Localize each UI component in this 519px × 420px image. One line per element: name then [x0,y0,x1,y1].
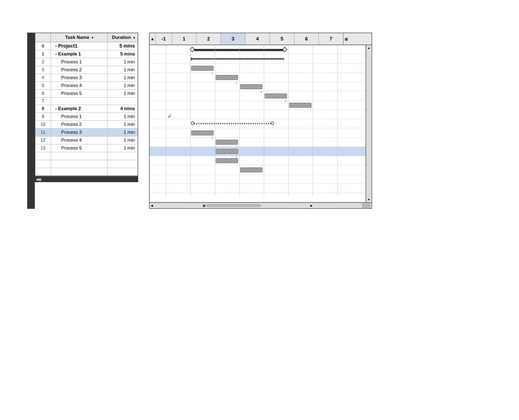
chart-row-1 [150,54,372,64]
cell-id: 7 [35,98,51,105]
chart-body: ↓ ↓ ↓ ↓ ↲ [150,45,372,202]
chart-row-4: ↓ [150,82,372,91]
chart-row-9: ↓ [150,128,372,138]
chart-row-13 [150,165,372,175]
chart-row-8 [150,119,372,128]
span-dotted-1 [191,58,284,60]
cell-task: Process 4 [51,82,108,90]
cell-duration [108,98,138,105]
chart-col-3: 3 [221,33,245,45]
cell-duration: 1 min [108,144,138,152]
table-row: 11Process 31 min [35,129,138,136]
cell-task: - Example 2 [51,105,108,113]
cell-duration: 5 mins [108,42,138,50]
cell-duration: 1 min [108,82,138,90]
cell-task: - Example 1 [51,50,108,58]
chart-row-empty2 [150,184,372,193]
chart-col-4: 4 [245,33,270,45]
chart-scroll-up[interactable]: ▲ [150,33,156,45]
chart-scrollbar-bottom[interactable]: ◀ ▦ ▶ [150,202,372,208]
gantt-table-panel: Task Name ▾ Duration ▾ 0- Project15 mins… [27,33,138,209]
chart-col-2: 2 [196,33,221,45]
chart-row-6 [150,101,372,110]
chart-col-1: 1 [172,33,196,45]
cell-id: 0 [35,42,51,50]
span-bar-8 [194,123,273,124]
cell-task: Process 5 [51,144,108,152]
scroll-icon-grid: ▦ [38,178,41,181]
bar-12 [216,158,238,163]
chart-row-0 [150,45,372,54]
table-row: 8- Example 24 mins [35,105,138,113]
task-sort-icon: ▾ [92,36,93,40]
chart-scroll-right-icon[interactable]: ▶ [310,204,313,207]
bar-9 [191,130,214,135]
cell-task: Process 5 [51,90,108,98]
dur-sort-icon: ▾ [133,36,135,40]
table-row: 5Process 41 min [35,82,138,90]
cell-id: 11 [35,129,51,136]
cell-task: Process 2 [51,121,108,129]
chart-row-12 [150,156,372,165]
bar-11 [216,149,238,154]
table-row: 0- Project15 mins [35,42,138,50]
span-bar-0 [194,49,286,51]
bar-2 [191,66,214,71]
cell-task: Process 3 [51,74,108,82]
bar-5 [265,94,287,98]
table-scrollbar-bottom[interactable]: ◀ ▦ [35,176,138,182]
table-row: 2Process 11 min [35,58,138,66]
cell-duration: 1 min [108,129,138,136]
cell-id: 2 [35,58,51,66]
scroll-left-icon[interactable]: ◀ [36,178,38,181]
chart-row-3: ↓ [150,73,372,82]
arrow-cursor-7: ↲ [167,113,172,119]
chart-row-5: ↓ [150,91,372,101]
cell-task: Process 2 [51,66,108,74]
cell-task: Process 1 [51,58,108,66]
cell-id: 10 [35,121,51,129]
cell-task: Process 1 [51,113,108,121]
table-row: 3Process 21 min [35,66,138,74]
cell-id: 6 [35,90,51,98]
chart-col-5: 5 [270,33,294,45]
col-header-task[interactable]: Task Name ▾ [51,33,108,42]
table-row: 12Process 41 min [35,136,138,144]
table-row-empty [35,168,138,176]
chart-settings-icon[interactable]: ▦ [343,33,349,45]
cell-duration: 1 min [108,113,138,121]
cell-id: 12 [35,136,51,144]
table-row: 6Process 51 min [35,90,138,98]
bar-3 [216,75,238,80]
cell-id: 9 [35,113,51,121]
cell-task: Process 3 [51,129,108,136]
chart-resize-handle[interactable] [362,203,370,208]
table-row: 1- Example 15 mins [35,50,138,58]
chart-scroll-track[interactable] [206,204,261,207]
table-row: 7 [35,98,138,105]
table-row-empty [35,152,138,160]
table-row-empty [35,160,138,168]
chart-header: ▲ -1 1 2 3 4 5 6 7 ▦ [150,33,372,45]
table-row: 9Process 11 min [35,113,138,121]
gantt-table: Task Name ▾ Duration ▾ 0- Project15 mins… [35,33,138,176]
scroll-right-up[interactable]: ▲ [367,46,370,49]
chart-scroll-left-icon[interactable]: ◀ [151,204,153,207]
cell-task [51,98,108,105]
gantt-chart-panel: ▲ -1 1 2 3 4 5 6 7 ▦ [149,33,372,209]
cell-task: - Project1 [51,42,108,50]
cell-duration: 1 min [108,58,138,66]
col-header-duration[interactable]: Duration ▾ [108,33,138,42]
milestone-right-8 [271,122,274,125]
cell-id: 13 [35,144,51,152]
cell-id: 3 [35,66,51,74]
scroll-right-down[interactable]: ▼ [367,198,370,201]
bar-6 [289,103,311,108]
chart-row-empty3 [150,193,372,202]
cell-id: 8 [35,105,51,113]
chart-scrollbar-right[interactable]: ▲ ▼ [366,45,372,202]
chart-row-10: ↓ [150,138,372,147]
cell-id: 5 [35,82,51,90]
diamond-right-0 [282,47,288,52]
bar-4 [240,84,262,89]
